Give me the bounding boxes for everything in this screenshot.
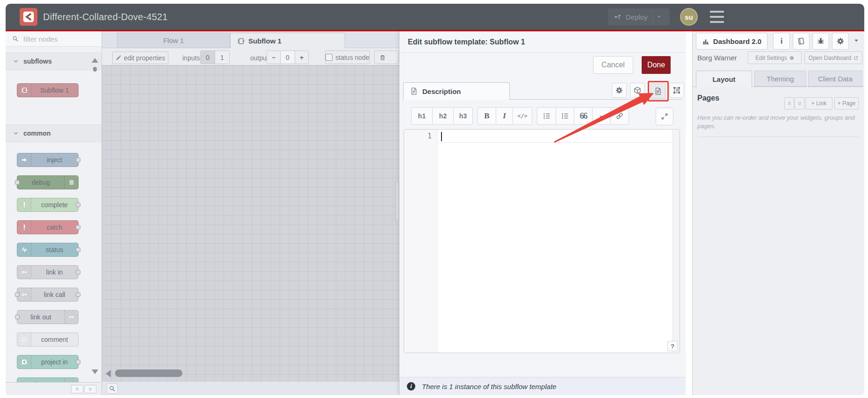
tab-layout[interactable]: Layout	[696, 71, 752, 87]
palette-section-subflows[interactable]: subflows	[6, 52, 101, 70]
exclamation-icon	[17, 198, 31, 211]
editor-help-button[interactable]: ?	[667, 341, 678, 351]
palette-node-link-out[interactable]: link out	[17, 310, 79, 324]
horizontal-scrollbar-thumb[interactable]	[115, 369, 182, 377]
add-page-button[interactable]: + Page	[834, 97, 859, 109]
main-menu-button[interactable]	[710, 11, 724, 23]
info-circle-icon: i	[407, 382, 415, 391]
palette-node-label: project out	[17, 378, 65, 382]
quote-button[interactable]: 66	[574, 107, 593, 125]
palette-node-link-in[interactable]: link in	[17, 265, 79, 279]
link-node-icon	[64, 311, 78, 324]
inputs-option-1[interactable]: 1	[215, 51, 229, 64]
page-title: Different-Collared-Dove-4521	[43, 4, 167, 30]
outputs-increment-button[interactable]: +	[295, 51, 308, 64]
palette-section-body: injectdebugcompletecatchstatuslink inlin…	[6, 142, 101, 382]
unordered-list-button[interactable]	[556, 107, 574, 125]
add-link-button[interactable]: + Link	[805, 97, 832, 109]
appearance-pane-button[interactable]	[669, 83, 684, 98]
palette-node-link-call[interactable]: link call	[17, 288, 79, 302]
code-button[interactable]: </>	[513, 107, 532, 125]
sidebar-help-button[interactable]	[793, 33, 810, 50]
divider	[697, 137, 859, 137]
heading1-button[interactable]: h1	[411, 107, 433, 125]
tray-resize-handle[interactable]	[395, 181, 399, 221]
palette-node-subflow-1[interactable]: Subflow 1	[17, 83, 79, 97]
palette-node-complete[interactable]: complete	[17, 198, 79, 212]
palette-node-label: link out	[17, 311, 65, 324]
palette-scrollbar-thumb[interactable]	[93, 67, 97, 72]
link-button[interactable]	[610, 107, 629, 125]
toolbar-button-group: BI</>	[477, 107, 532, 125]
outputs-value[interactable]: 0	[280, 51, 295, 64]
sidebar-info-button[interactable]: i	[773, 33, 790, 50]
tab-label: Client Data	[818, 75, 853, 83]
heading3-button[interactable]: h3	[453, 107, 473, 125]
inputs-option-0[interactable]: 0	[201, 51, 215, 64]
palette-node-project-out[interactable]: project out	[17, 377, 79, 382]
zoom-search-button[interactable]	[107, 384, 118, 394]
sidebar-debug-button[interactable]	[812, 33, 829, 50]
module-pane-button[interactable]	[630, 83, 645, 98]
edit-settings-button[interactable]: Edit Settings	[748, 51, 802, 64]
outputs-decrement-button[interactable]: −	[267, 51, 280, 64]
link-node-icon	[17, 288, 31, 301]
flow-workspace: Flow 1 Subflow 1 edit properties inputs:…	[102, 31, 399, 395]
collapse-all-categories-button[interactable]	[71, 385, 83, 393]
palette-section-body: Subflow 1	[6, 70, 101, 119]
status-node-label: status node	[335, 54, 369, 61]
palette-node-inject[interactable]: inject	[17, 153, 79, 167]
palette-search[interactable]	[6, 31, 101, 47]
user-avatar[interactable]: su	[680, 8, 698, 26]
tab-client-data[interactable]: Client Data	[808, 71, 862, 87]
palette-node-status[interactable]: status	[17, 243, 79, 257]
outputs-stepper: − 0 +	[267, 51, 309, 64]
scroll-left-arrow[interactable]	[106, 370, 111, 377]
tab-dashboard-2[interactable]: Dashboard 2.0	[696, 33, 767, 50]
delete-subflow-button[interactable]	[374, 51, 398, 64]
tab-subflow-1[interactable]: Subflow 1	[230, 33, 345, 49]
tab-theming[interactable]: Theming	[754, 71, 806, 87]
pages-help-text: Here you can re-order and move your widg…	[697, 114, 862, 130]
deploy-button[interactable]: Deploy	[608, 8, 670, 25]
status-node-checkbox[interactable]: status node	[325, 51, 370, 64]
inject-arrow-icon	[21, 157, 28, 163]
ordered-list-button[interactable]	[537, 107, 556, 125]
palette-scroll-up-arrow[interactable]	[92, 58, 98, 63]
description-pane-button[interactable]	[650, 83, 666, 99]
palette-node-catch[interactable]: catch	[17, 220, 79, 234]
link-node-icon	[21, 269, 28, 275]
heading2-button[interactable]: h2	[432, 107, 454, 125]
text-cursor	[441, 132, 442, 141]
cancel-button[interactable]: Cancel	[593, 56, 633, 74]
workspace-footer	[102, 381, 399, 395]
open-dashboard-button[interactable]: Open Dashboard	[804, 51, 862, 64]
palette-node-project-in[interactable]: project in	[17, 355, 79, 369]
done-button[interactable]: Done	[642, 56, 671, 74]
inputs-toggle: 0 1	[200, 51, 230, 64]
move-page-down-button[interactable]	[795, 97, 804, 109]
palette-search-input[interactable]	[22, 35, 85, 43]
description-editor[interactable]: 1 ?	[404, 129, 680, 353]
double-chevron-up-icon	[787, 101, 792, 106]
move-page-up-button[interactable]	[784, 97, 794, 109]
bold-button[interactable]: B	[477, 107, 496, 125]
sidebar-config-button[interactable]	[832, 33, 849, 50]
properties-pane-button[interactable]	[612, 83, 627, 98]
palette-node-comment[interactable]: comment	[17, 333, 79, 347]
palette-node-debug[interactable]: debug	[17, 175, 79, 189]
edit-properties-button[interactable]: edit properties	[112, 51, 168, 64]
sidebar-more-caret-icon[interactable]	[854, 38, 859, 43]
italic-button[interactable]: I	[496, 107, 513, 125]
palette-scroll-down-arrow[interactable]	[92, 369, 98, 374]
flow-canvas[interactable]	[102, 65, 399, 395]
palette-section-common[interactable]: common	[6, 124, 101, 142]
editor-scrollbar[interactable]	[672, 130, 680, 352]
hr-button[interactable]: –	[592, 107, 611, 125]
tab-description[interactable]: Description	[403, 82, 510, 100]
tab-flow-1[interactable]: Flow 1	[117, 33, 230, 48]
expand-all-categories-button[interactable]	[84, 385, 96, 393]
deploy-options-caret-icon[interactable]	[657, 14, 661, 19]
expand-editor-button[interactable]	[656, 108, 673, 125]
dialog-title: Edit subflow template: Subflow 1	[399, 31, 686, 53]
